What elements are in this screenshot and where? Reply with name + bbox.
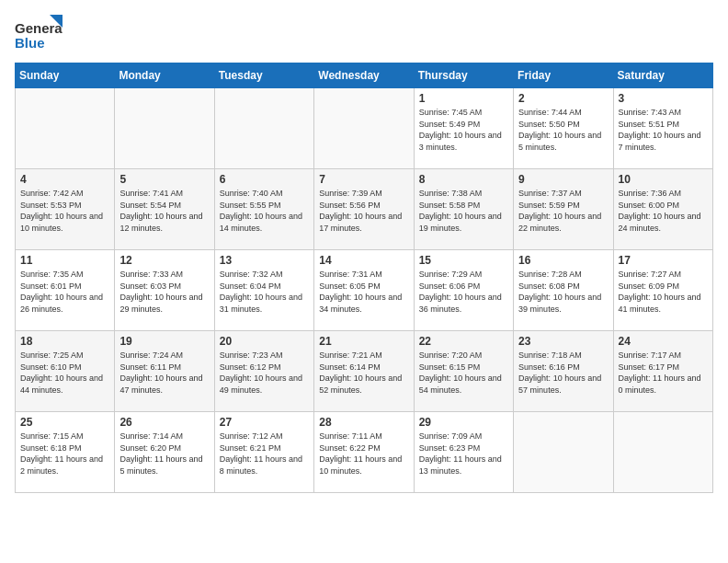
cell-sun-info: Sunrise: 7:11 AMSunset: 6:22 PMDaylight:…: [319, 431, 408, 477]
day-number: 20: [220, 335, 309, 348]
cell-sun-info: Sunrise: 7:15 AMSunset: 6:18 PMDaylight:…: [20, 431, 109, 477]
calendar-cell: 5Sunrise: 7:41 AMSunset: 5:54 PMDaylight…: [115, 169, 214, 250]
day-number: 19: [119, 335, 209, 348]
day-number: 8: [419, 173, 508, 186]
cell-sun-info: Sunrise: 7:29 AMSunset: 6:06 PMDaylight:…: [419, 269, 508, 315]
cell-sun-info: Sunrise: 7:23 AMSunset: 6:12 PMDaylight:…: [220, 350, 309, 396]
day-number: 3: [619, 92, 708, 105]
calendar-cell: [115, 88, 214, 169]
calendar-week-row: 1Sunrise: 7:45 AMSunset: 5:49 PMDaylight…: [16, 88, 713, 169]
calendar-cell: [514, 412, 613, 493]
calendar-cell: 19Sunrise: 7:24 AMSunset: 6:11 PMDayligh…: [115, 331, 214, 412]
day-number: 24: [619, 335, 708, 348]
day-number: 7: [319, 173, 408, 186]
day-number: 13: [220, 254, 309, 267]
column-header-saturday: Saturday: [613, 63, 712, 88]
day-number: 28: [319, 416, 408, 429]
svg-text:General: General: [15, 20, 63, 36]
day-number: 12: [119, 254, 209, 267]
cell-sun-info: Sunrise: 7:09 AMSunset: 6:23 PMDaylight:…: [419, 431, 508, 477]
cell-sun-info: Sunrise: 7:36 AMSunset: 6:00 PMDaylight:…: [619, 188, 708, 234]
calendar-cell: [613, 412, 712, 493]
calendar-week-row: 4Sunrise: 7:42 AMSunset: 5:53 PMDaylight…: [16, 169, 713, 250]
day-number: 1: [419, 92, 508, 105]
page-header: General Blue: [15, 15, 713, 53]
calendar-cell: 6Sunrise: 7:40 AMSunset: 5:55 PMDaylight…: [214, 169, 313, 250]
calendar-cell: [16, 88, 115, 169]
day-number: 14: [319, 254, 408, 267]
day-number: 11: [20, 254, 109, 267]
cell-sun-info: Sunrise: 7:31 AMSunset: 6:05 PMDaylight:…: [319, 269, 408, 315]
calendar-cell: 15Sunrise: 7:29 AMSunset: 6:06 PMDayligh…: [414, 250, 513, 331]
day-number: 5: [119, 173, 209, 186]
day-number: 4: [20, 173, 109, 186]
cell-sun-info: Sunrise: 7:43 AMSunset: 5:51 PMDaylight:…: [619, 107, 708, 153]
cell-sun-info: Sunrise: 7:41 AMSunset: 5:54 PMDaylight:…: [119, 188, 209, 234]
cell-sun-info: Sunrise: 7:45 AMSunset: 5:49 PMDaylight:…: [419, 107, 508, 153]
day-number: 2: [518, 92, 608, 105]
calendar-week-row: 25Sunrise: 7:15 AMSunset: 6:18 PMDayligh…: [16, 412, 713, 493]
cell-sun-info: Sunrise: 7:17 AMSunset: 6:17 PMDaylight:…: [619, 350, 708, 396]
day-number: 21: [319, 335, 408, 348]
day-number: 10: [619, 173, 708, 186]
calendar-cell: 26Sunrise: 7:14 AMSunset: 6:20 PMDayligh…: [115, 412, 214, 493]
cell-sun-info: Sunrise: 7:20 AMSunset: 6:15 PMDaylight:…: [419, 350, 508, 396]
calendar-cell: 3Sunrise: 7:43 AMSunset: 5:51 PMDaylight…: [613, 88, 712, 169]
calendar-cell: 18Sunrise: 7:25 AMSunset: 6:10 PMDayligh…: [16, 331, 115, 412]
day-number: 27: [220, 416, 309, 429]
day-number: 29: [419, 416, 508, 429]
calendar-cell: 10Sunrise: 7:36 AMSunset: 6:00 PMDayligh…: [613, 169, 712, 250]
calendar-header-row: SundayMondayTuesdayWednesdayThursdayFrid…: [16, 63, 713, 88]
cell-sun-info: Sunrise: 7:14 AMSunset: 6:20 PMDaylight:…: [119, 431, 209, 477]
day-number: 17: [619, 254, 708, 267]
calendar-cell: 9Sunrise: 7:37 AMSunset: 5:59 PMDaylight…: [514, 169, 613, 250]
calendar-cell: 27Sunrise: 7:12 AMSunset: 6:21 PMDayligh…: [214, 412, 313, 493]
cell-sun-info: Sunrise: 7:35 AMSunset: 6:01 PMDaylight:…: [20, 269, 109, 315]
column-header-thursday: Thursday: [414, 63, 513, 88]
calendar-cell: 23Sunrise: 7:18 AMSunset: 6:16 PMDayligh…: [514, 331, 613, 412]
calendar-cell: 22Sunrise: 7:20 AMSunset: 6:15 PMDayligh…: [414, 331, 513, 412]
calendar-cell: 24Sunrise: 7:17 AMSunset: 6:17 PMDayligh…: [613, 331, 712, 412]
calendar-cell: 8Sunrise: 7:38 AMSunset: 5:58 PMDaylight…: [414, 169, 513, 250]
cell-sun-info: Sunrise: 7:40 AMSunset: 5:55 PMDaylight:…: [220, 188, 309, 234]
calendar-cell: 21Sunrise: 7:21 AMSunset: 6:14 PMDayligh…: [314, 331, 414, 412]
day-number: 18: [20, 335, 109, 348]
day-number: 22: [419, 335, 508, 348]
column-header-wednesday: Wednesday: [314, 63, 414, 88]
column-header-tuesday: Tuesday: [214, 63, 313, 88]
calendar-cell: 4Sunrise: 7:42 AMSunset: 5:53 PMDaylight…: [16, 169, 115, 250]
cell-sun-info: Sunrise: 7:18 AMSunset: 6:16 PMDaylight:…: [518, 350, 608, 396]
day-number: 15: [419, 254, 508, 267]
calendar-cell: 13Sunrise: 7:32 AMSunset: 6:04 PMDayligh…: [214, 250, 313, 331]
calendar-cell: 2Sunrise: 7:44 AMSunset: 5:50 PMDaylight…: [514, 88, 613, 169]
calendar-cell: 1Sunrise: 7:45 AMSunset: 5:49 PMDaylight…: [414, 88, 513, 169]
calendar-cell: 29Sunrise: 7:09 AMSunset: 6:23 PMDayligh…: [414, 412, 513, 493]
calendar-cell: 28Sunrise: 7:11 AMSunset: 6:22 PMDayligh…: [314, 412, 414, 493]
column-header-sunday: Sunday: [16, 63, 115, 88]
calendar-cell: 14Sunrise: 7:31 AMSunset: 6:05 PMDayligh…: [314, 250, 414, 331]
cell-sun-info: Sunrise: 7:42 AMSunset: 5:53 PMDaylight:…: [20, 188, 109, 234]
calendar-cell: [314, 88, 414, 169]
calendar-cell: 16Sunrise: 7:28 AMSunset: 6:08 PMDayligh…: [514, 250, 613, 331]
logo-icon: General Blue: [15, 15, 63, 53]
svg-text:Blue: Blue: [15, 35, 45, 51]
day-number: 26: [119, 416, 209, 429]
day-number: 25: [20, 416, 109, 429]
cell-sun-info: Sunrise: 7:28 AMSunset: 6:08 PMDaylight:…: [518, 269, 608, 315]
column-header-friday: Friday: [514, 63, 613, 88]
calendar-table: SundayMondayTuesdayWednesdayThursdayFrid…: [15, 63, 713, 493]
calendar-cell: 20Sunrise: 7:23 AMSunset: 6:12 PMDayligh…: [214, 331, 313, 412]
calendar-week-row: 11Sunrise: 7:35 AMSunset: 6:01 PMDayligh…: [16, 250, 713, 331]
cell-sun-info: Sunrise: 7:27 AMSunset: 6:09 PMDaylight:…: [619, 269, 708, 315]
day-number: 16: [518, 254, 608, 267]
cell-sun-info: Sunrise: 7:37 AMSunset: 5:59 PMDaylight:…: [518, 188, 608, 234]
calendar-week-row: 18Sunrise: 7:25 AMSunset: 6:10 PMDayligh…: [16, 331, 713, 412]
calendar-cell: 7Sunrise: 7:39 AMSunset: 5:56 PMDaylight…: [314, 169, 414, 250]
cell-sun-info: Sunrise: 7:44 AMSunset: 5:50 PMDaylight:…: [518, 107, 608, 153]
cell-sun-info: Sunrise: 7:38 AMSunset: 5:58 PMDaylight:…: [419, 188, 508, 234]
cell-sun-info: Sunrise: 7:21 AMSunset: 6:14 PMDaylight:…: [319, 350, 408, 396]
calendar-cell: 12Sunrise: 7:33 AMSunset: 6:03 PMDayligh…: [115, 250, 214, 331]
cell-sun-info: Sunrise: 7:25 AMSunset: 6:10 PMDaylight:…: [20, 350, 109, 396]
calendar-cell: 11Sunrise: 7:35 AMSunset: 6:01 PMDayligh…: [16, 250, 115, 331]
column-header-monday: Monday: [115, 63, 214, 88]
